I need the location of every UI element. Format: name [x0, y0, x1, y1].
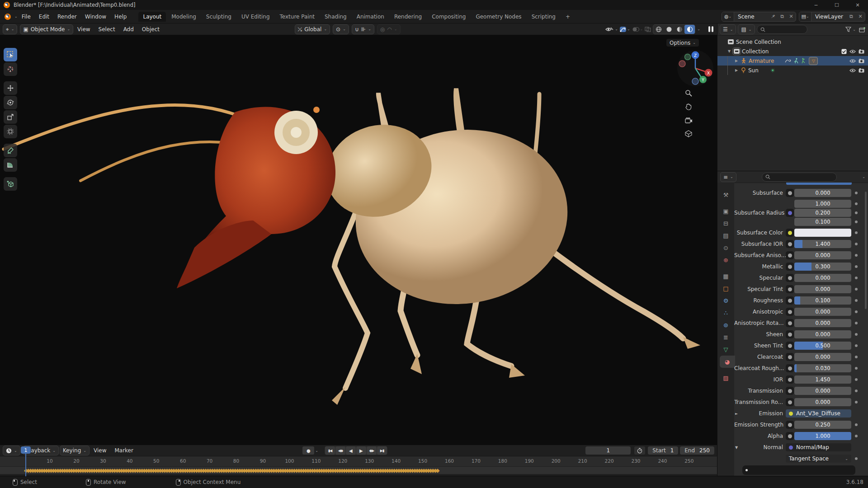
prop-socket[interactable] [786, 189, 794, 197]
tool-measure[interactable] [4, 158, 17, 172]
prop-socket[interactable] [786, 296, 794, 305]
viewport-menu-select[interactable]: Select [94, 26, 119, 33]
prop-slider[interactable]: 0.000 [794, 330, 851, 338]
tab-world[interactable]: ⊕ [719, 254, 733, 266]
animate-decorator[interactable] [855, 367, 858, 370]
prop-color-swatch[interactable] [794, 229, 851, 237]
tab-shading[interactable]: Shading [320, 12, 351, 22]
tab-tool[interactable]: ⚒ [719, 189, 733, 201]
outliner-search-input[interactable] [757, 25, 807, 34]
menu-window[interactable]: Window [81, 12, 110, 22]
mesh-data-badge[interactable]: ▽ [809, 57, 818, 65]
keyframe-diamonds[interactable]: ◆◆◆◆◆◆◆◆◆◆◆◆◆◆◆◆◆◆◆◆◆◆◆◆◆◆◆◆◆◆◆◆◆◆◆◆◆◆◆◆… [24, 467, 510, 474]
options-dropdown[interactable]: Options ⌄ [666, 39, 699, 47]
timeline-editor-type-dropdown[interactable]: ⌄ [3, 446, 20, 455]
copy-icon[interactable]: ⧉ [778, 14, 787, 19]
prop-socket[interactable] [786, 398, 794, 406]
properties-scrollbar[interactable] [865, 192, 867, 309]
previous-keyframe-button[interactable]: ◀◆ [335, 446, 345, 455]
prop-slider[interactable]: 0.200 [794, 209, 851, 217]
playhead[interactable]: 1 [21, 446, 31, 454]
tab-texture-paint[interactable]: Texture Paint [275, 12, 319, 22]
animate-decorator[interactable] [855, 378, 858, 381]
prop-slider[interactable]: 0.300 [794, 263, 851, 271]
snapping-controls[interactable]: ∪ ⊪⌄ [352, 24, 374, 34]
copy-icon[interactable]: ⧉ [847, 14, 856, 19]
tab-geometry-nodes[interactable]: Geometry Nodes [471, 12, 526, 22]
outliner-editor-type-dropdown[interactable]: ☰⌄ [720, 24, 736, 34]
viewport-3d[interactable]: Options ⌄ Z X Y [0, 35, 717, 445]
panel-collapse-icon[interactable]: ► [735, 412, 738, 416]
outliner-row-collection[interactable]: ▼ Collection [717, 47, 868, 56]
viewport-menu-view[interactable]: View [73, 26, 94, 33]
prop-slider[interactable]: 0.250 [794, 421, 851, 429]
pause-icon[interactable] [708, 26, 713, 32]
animate-decorator[interactable] [855, 322, 858, 324]
tab-render[interactable]: ▣ [719, 205, 733, 217]
prop-slider[interactable]: 0.000 [794, 398, 851, 406]
disable-render-camera-icon[interactable] [859, 68, 864, 73]
animate-decorator[interactable] [855, 211, 858, 214]
animate-decorator[interactable] [855, 401, 858, 404]
prop-slider[interactable]: 0.000 [794, 353, 851, 361]
collection-checkbox[interactable] [841, 49, 847, 54]
properties-editor-type-dropdown[interactable]: ≡⌄ [720, 172, 736, 182]
properties-search-input[interactable] [762, 173, 837, 182]
menu-edit[interactable]: Edit [35, 12, 53, 22]
prop-texture-field[interactable]: Ant_V3e_Diffuse [786, 409, 851, 418]
menu-help[interactable]: Help [110, 12, 131, 22]
timeline-keyframe-band[interactable]: ◆◆◆◆◆◆◆◆◆◆◆◆◆◆◆◆◆◆◆◆◆◆◆◆◆◆◆◆◆◆◆◆◆◆◆◆◆◆◆◆… [0, 467, 717, 474]
timeline-menu-marker[interactable]: Marker [110, 447, 137, 454]
properties-filter-caret-icon[interactable]: ⌄ [862, 175, 865, 179]
proportional-editing-controls[interactable]: ◎ ◠⌄ [377, 24, 401, 34]
shading-wireframe-button[interactable] [653, 25, 664, 34]
blender-menu-icon[interactable] [5, 14, 11, 20]
remove-icon[interactable]: ✕ [856, 14, 865, 19]
animate-decorator[interactable] [855, 457, 858, 460]
current-frame-field[interactable]: 1 [585, 446, 631, 455]
prop-slider[interactable]: 0.000 [794, 387, 851, 395]
tab-layout[interactable]: Layout [138, 12, 166, 22]
animate-decorator[interactable] [855, 254, 858, 257]
prop-socket[interactable] [786, 263, 794, 271]
panel-expand-icon[interactable]: ▼ [735, 446, 738, 450]
tab-output[interactable]: ⊟ [719, 217, 733, 230]
tab-collection[interactable]: ▦ [719, 270, 733, 282]
shading-solid-button[interactable] [664, 25, 674, 34]
menu-render[interactable]: Render [53, 12, 81, 22]
xray-toggle[interactable] [645, 27, 651, 32]
prop-slider[interactable]: 0.000 [794, 308, 851, 316]
jump-to-end-button[interactable]: ▶▮ [377, 446, 387, 455]
gizmo-z-neg-axis[interactable] [692, 78, 698, 84]
viewlayer-icon[interactable]: ▤⌄ [799, 12, 811, 21]
prop-socket[interactable] [786, 432, 794, 440]
show-overlays-toggle[interactable]: ⌄ [632, 27, 643, 32]
outliner-display-mode-dropdown[interactable]: ▤⌄ [738, 24, 755, 34]
tab-material[interactable]: ◕ [720, 356, 735, 368]
animate-decorator[interactable] [855, 277, 858, 279]
animate-decorator[interactable] [855, 423, 858, 426]
viewport-menu-object[interactable]: Object [138, 26, 164, 33]
tab-compositing[interactable]: Compositing [427, 12, 470, 22]
image-datablock-field[interactable] [742, 465, 855, 475]
disclosure-expanded-icon[interactable]: ▼ [727, 49, 731, 53]
pivot-point-dropdown[interactable]: ⊙⌄ [333, 24, 349, 34]
close-button[interactable]: ✕ [847, 0, 868, 10]
tab-uv-editing[interactable]: UV Editing [237, 12, 274, 22]
show-gizmo-toggle[interactable] [620, 27, 626, 32]
prop-slider[interactable]: 1.400 [794, 240, 851, 248]
animate-decorator[interactable] [855, 356, 858, 358]
prop-socket[interactable] [786, 251, 794, 259]
animate-decorator[interactable] [855, 243, 858, 245]
tab-object[interactable]: □ [719, 282, 733, 295]
viewport-menu-add[interactable]: Add [119, 26, 138, 33]
filter-icon[interactable] [845, 27, 851, 32]
prop-socket[interactable] [786, 274, 794, 282]
tab-scene[interactable]: ⊙ [719, 242, 733, 254]
tab-animation[interactable]: Animation [352, 12, 389, 22]
camera-view-icon[interactable] [683, 114, 694, 126]
tool-select-box[interactable] [4, 48, 17, 61]
prop-slider[interactable]: 0.100 [794, 218, 851, 226]
play-reverse-button[interactable]: ◀ [346, 446, 356, 455]
outliner-row-armature[interactable]: ▶ Armature ▽ [717, 56, 868, 66]
